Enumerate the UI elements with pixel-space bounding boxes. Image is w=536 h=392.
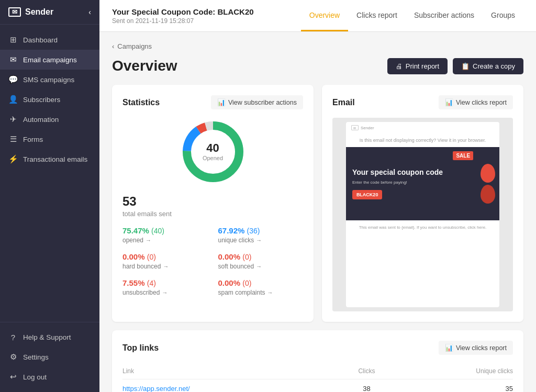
stat-hard-bounced-label: hard bounced →: [122, 263, 208, 270]
sms-campaigns-icon: 💬: [8, 75, 18, 84]
settings-icon: ⚙: [8, 352, 18, 362]
page-title: Overview: [112, 58, 177, 74]
sidebar-item-label: Log out: [23, 373, 47, 381]
sidebar-item-subscribers[interactable]: 👤 Subscribers: [0, 89, 99, 109]
campaign-title: Your Special Coupon Code: BLACK20: [112, 7, 254, 16]
view-clicks-report-button[interactable]: 📊 View clicks report: [439, 95, 513, 109]
donut-center: 40 Opened: [203, 142, 223, 161]
statistics-card-header: Statistics 📊 View subscriber actions: [122, 95, 303, 109]
sidebar-header: Sender ‹: [0, 0, 99, 25]
sidebar-item-help[interactable]: ? Help & Support: [0, 328, 99, 347]
stats-grid: 75.47% (40) opened → 67.92% (36): [122, 226, 303, 296]
logout-icon: ↩: [8, 372, 18, 382]
stat-unsubscribed-pct: 7.55% (4): [122, 278, 208, 287]
sidebar-item-sms-campaigns[interactable]: 💬 SMS campaigns: [0, 70, 99, 89]
email-banner-btn: BLACK20: [352, 190, 383, 199]
email-balloon-decoration: [481, 164, 495, 204]
email-card: Email 📊 View clicks report ✉ Sender Is t…: [322, 85, 523, 322]
chart-icon: 📊: [445, 344, 453, 352]
total-emails-number: 53: [122, 194, 303, 209]
total-emails-label: total emails sent: [122, 210, 303, 218]
sidebar-item-dashboard[interactable]: ⊞ Dashboard: [0, 30, 99, 50]
email-preview-banner: Your special coupon code Enter the code …: [346, 147, 499, 220]
table-header-row: Link Clicks Unique clicks: [122, 363, 513, 379]
col-unique-clicks: Unique clicks: [394, 363, 513, 379]
email-preview-inner: ✉ Sender Is this email not displaying co…: [346, 122, 499, 307]
email-banner-badge: SALE: [453, 151, 473, 160]
sidebar-item-transactional[interactable]: ⚡ Transactional emails: [0, 149, 99, 169]
help-icon: ?: [8, 333, 18, 342]
create-copy-button[interactable]: 📋 Create a copy: [453, 58, 523, 74]
sidebar-item-email-campaigns[interactable]: ✉ Email campaigns: [0, 50, 99, 70]
email-preview: ✉ Sender Is this email not displaying co…: [332, 118, 513, 311]
stat-unsubscribed: 7.55% (4) unsubscribed →: [122, 278, 208, 296]
email-preview-top-text: Is this email not displaying correctly? …: [346, 133, 499, 147]
stat-soft-bounced-label: soft bounced →: [218, 263, 304, 270]
breadcrumb-arrow: ‹: [112, 42, 114, 50]
stat-unsubscribed-label: unsubscribed →: [122, 289, 208, 296]
dashboard-icon: ⊞: [8, 35, 18, 44]
balloon-red: [481, 164, 495, 183]
stat-opened-pct: 75.47% (40): [122, 226, 208, 235]
donut-center-number: 40: [203, 142, 223, 154]
sidebar-item-label: Automation: [23, 116, 59, 124]
sidebar-logo: Sender: [8, 7, 53, 17]
logo-icon: [8, 7, 21, 17]
email-banner-title: Your special coupon code: [352, 168, 443, 177]
tab-subscriber-actions[interactable]: Subscriber actions: [406, 0, 483, 31]
col-clicks: Clicks: [340, 363, 394, 379]
table-row: https://app.sender.net/ 38 35: [122, 379, 513, 393]
sidebar-nav: ⊞ Dashboard ✉ Email campaigns 💬 SMS camp…: [0, 25, 99, 322]
sidebar-item-label: Help & Support: [23, 333, 71, 341]
sidebar-item-label: Settings: [23, 353, 49, 361]
page-header: Overview 🖨 Print report 📋 Create a copy: [112, 58, 523, 74]
view-clicks-report-bottom-button[interactable]: 📊 View clicks report: [439, 341, 513, 355]
stat-hard-bounced-pct: 0.00% (0): [122, 252, 208, 261]
email-preview-footer: This email was sent to {email}. If you w…: [346, 220, 499, 235]
chart-icon: 📊: [217, 98, 226, 106]
breadcrumb[interactable]: ‹ Campaigns: [112, 42, 523, 50]
sidebar-collapse-button[interactable]: ‹: [88, 8, 91, 16]
page-actions: 🖨 Print report 📋 Create a copy: [387, 58, 523, 74]
col-link: Link: [122, 363, 340, 379]
link-url[interactable]: https://app.sender.net/: [122, 379, 340, 393]
top-links-card-header: Top links 📊 View clicks report: [122, 341, 513, 355]
email-banner-subtitle: Enter the code before paying!: [352, 180, 443, 185]
donut-wrap: 40 Opened: [179, 118, 247, 186]
transactional-icon: ⚡: [8, 154, 18, 164]
topnav-tabs: Overview Clicks report Subscriber action…: [301, 0, 523, 31]
sidebar-item-label: Forms: [23, 136, 43, 143]
stat-opened-label: opened →: [122, 237, 208, 244]
sidebar-item-automation[interactable]: ✈ Automation: [0, 109, 99, 129]
campaign-subtitle: Sent on 2021-11-19 15:28:07: [112, 17, 254, 25]
email-sender-row: ✉ Sender: [346, 122, 499, 133]
email-card-title: Email: [332, 98, 355, 107]
stats-total: 53 total emails sent: [122, 194, 303, 218]
email-banner-text: Your special coupon code Enter the code …: [352, 168, 443, 199]
sidebar-item-forms[interactable]: ☰ Forms: [0, 129, 99, 149]
topnav: Your Special Coupon Code: BLACK20 Sent o…: [99, 0, 536, 32]
main-content: Your Special Coupon Code: BLACK20 Sent o…: [99, 0, 536, 392]
topnav-campaign-info: Your Special Coupon Code: BLACK20 Sent o…: [112, 7, 254, 25]
top-links-title: Top links: [122, 343, 159, 353]
subscribers-icon: 👤: [8, 95, 18, 104]
logo-label: Sender: [25, 7, 53, 17]
sender-name: Sender: [361, 126, 374, 130]
statistics-card: Statistics 📊 View subscriber actions: [112, 85, 314, 322]
tab-groups[interactable]: Groups: [483, 0, 523, 31]
print-icon: 🖨: [396, 62, 403, 70]
sidebar-item-logout[interactable]: ↩ Log out: [0, 367, 99, 387]
cards-grid: Statistics 📊 View subscriber actions: [112, 85, 523, 322]
stat-hard-bounced: 0.00% (0) hard bounced →: [122, 252, 208, 270]
sidebar-item-label: SMS campaigns: [23, 76, 74, 84]
sidebar-item-settings[interactable]: ⚙ Settings: [0, 347, 99, 367]
view-subscriber-actions-button[interactable]: 📊 View subscriber actions: [211, 95, 303, 109]
sidebar-item-label: Transactional emails: [23, 155, 87, 163]
print-report-button[interactable]: 🖨 Print report: [387, 58, 448, 74]
stat-spam-complaints: 0.00% (0) spam complaints →: [218, 278, 304, 296]
chart-icon: 📊: [445, 98, 453, 106]
breadcrumb-label: Campaigns: [117, 42, 152, 50]
page-content: ‹ Campaigns Overview 🖨 Print report 📋 Cr…: [99, 32, 536, 392]
tab-clicks-report[interactable]: Clicks report: [348, 0, 406, 31]
tab-overview[interactable]: Overview: [301, 0, 348, 31]
